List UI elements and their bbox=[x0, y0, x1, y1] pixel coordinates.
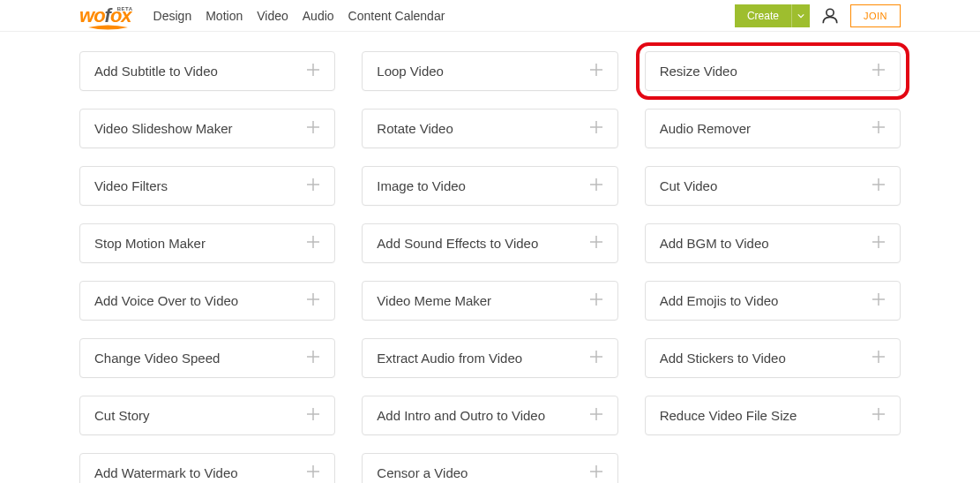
nav: Design Motion Video Audio Content Calend… bbox=[153, 9, 445, 23]
logo-beta-label: BETA bbox=[117, 6, 133, 11]
plus-icon bbox=[306, 464, 320, 482]
tool-card[interactable]: Rotate Video bbox=[362, 109, 617, 148]
tool-card[interactable]: Loop Video bbox=[362, 51, 617, 91]
plus-icon bbox=[589, 292, 603, 310]
tool-card[interactable]: Add Voice Over to Video bbox=[79, 281, 335, 321]
nav-item-design[interactable]: Design bbox=[153, 9, 192, 23]
tool-card[interactable]: Cut Video bbox=[645, 166, 901, 206]
tool-card-label: Reduce Video File Size bbox=[660, 408, 797, 423]
tool-card[interactable]: Add Emojis to Video bbox=[645, 281, 901, 321]
tool-card-label: Add Voice Over to Video bbox=[94, 293, 238, 308]
tool-card-label: Add Emojis to Video bbox=[660, 293, 779, 308]
plus-icon bbox=[872, 407, 886, 425]
content: Add Subtitle to VideoLoop VideoResize Vi… bbox=[0, 32, 980, 483]
plus-icon bbox=[872, 177, 886, 195]
plus-icon bbox=[589, 235, 603, 253]
tool-card[interactable]: Video Meme Maker bbox=[362, 281, 617, 321]
tool-card[interactable]: Cut Story bbox=[79, 396, 335, 435]
nav-item-content-calendar[interactable]: Content Calendar bbox=[348, 9, 445, 23]
tool-card-label: Censor a Video bbox=[377, 465, 468, 480]
create-dropdown-button[interactable] bbox=[791, 4, 810, 27]
tool-card-label: Add Subtitle to Video bbox=[94, 64, 218, 79]
chevron-down-icon bbox=[797, 12, 804, 19]
plus-icon bbox=[872, 63, 886, 80]
tool-card[interactable]: Image to Video bbox=[362, 166, 617, 206]
create-button[interactable]: Create bbox=[735, 4, 791, 27]
tool-card[interactable]: Add Intro and Outro to Video bbox=[362, 396, 617, 435]
nav-item-motion[interactable]: Motion bbox=[206, 9, 243, 23]
svg-point-0 bbox=[827, 9, 834, 16]
tool-card-label: Cut Story bbox=[94, 408, 150, 423]
plus-icon bbox=[589, 120, 603, 138]
header: wofox BETA Design Motion Video Audio Con… bbox=[0, 0, 980, 32]
tool-card-label: Audio Remover bbox=[660, 121, 751, 136]
tool-card-label: Video Meme Maker bbox=[377, 293, 491, 308]
tool-card[interactable]: Add Watermark to Video bbox=[79, 453, 335, 483]
tool-card[interactable]: Censor a Video bbox=[362, 453, 617, 483]
plus-icon bbox=[306, 235, 320, 253]
tool-card-label: Add Stickers to Video bbox=[660, 351, 786, 366]
tool-card-label: Resize Video bbox=[660, 64, 737, 79]
tool-card[interactable]: Video Filters bbox=[79, 166, 335, 206]
tool-card[interactable]: Change Video Speed bbox=[79, 338, 335, 378]
tool-card[interactable]: Resize Video bbox=[645, 51, 901, 91]
tool-card-label: Video Slideshow Maker bbox=[94, 121, 232, 136]
tool-card-label: Extract Audio from Video bbox=[377, 351, 522, 366]
plus-icon bbox=[872, 292, 886, 310]
logo[interactable]: wofox BETA bbox=[79, 4, 131, 27]
tool-card-label: Video Filters bbox=[94, 178, 168, 193]
tool-card-label: Add BGM to Video bbox=[660, 236, 769, 251]
plus-icon bbox=[306, 63, 320, 80]
plus-icon bbox=[589, 63, 603, 80]
tool-card-label: Change Video Speed bbox=[94, 351, 220, 366]
plus-icon bbox=[872, 235, 886, 253]
tool-card-label: Add Intro and Outro to Video bbox=[377, 408, 545, 423]
plus-icon bbox=[306, 407, 320, 425]
user-icon[interactable] bbox=[820, 6, 840, 26]
plus-icon bbox=[872, 350, 886, 367]
plus-icon bbox=[306, 177, 320, 195]
tool-card[interactable]: Add BGM to Video bbox=[645, 223, 901, 263]
plus-icon bbox=[589, 464, 603, 482]
tool-card-label: Add Watermark to Video bbox=[94, 465, 238, 480]
tool-card[interactable]: Add Subtitle to Video bbox=[79, 51, 335, 91]
tool-card[interactable]: Video Slideshow Maker bbox=[79, 109, 335, 148]
tool-card[interactable]: Extract Audio from Video bbox=[362, 338, 617, 378]
tool-card-label: Stop Motion Maker bbox=[94, 236, 206, 251]
plus-icon bbox=[306, 120, 320, 138]
tool-card-label: Loop Video bbox=[377, 64, 444, 79]
tool-card[interactable]: Add Sound Effects to Video bbox=[362, 223, 617, 263]
plus-icon bbox=[872, 120, 886, 138]
tool-card[interactable]: Audio Remover bbox=[645, 109, 901, 148]
tool-grid: Add Subtitle to VideoLoop VideoResize Vi… bbox=[79, 51, 901, 483]
tool-card-label: Add Sound Effects to Video bbox=[377, 236, 538, 251]
join-button[interactable]: JOIN bbox=[850, 4, 901, 27]
tool-card-label: Rotate Video bbox=[377, 121, 453, 136]
tool-card-label: Image to Video bbox=[377, 178, 466, 193]
tool-card[interactable]: Stop Motion Maker bbox=[79, 223, 335, 263]
plus-icon bbox=[306, 292, 320, 310]
plus-icon bbox=[306, 350, 320, 367]
logo-swoosh-icon bbox=[88, 25, 128, 30]
nav-item-audio[interactable]: Audio bbox=[303, 9, 334, 23]
tool-card[interactable]: Reduce Video File Size bbox=[645, 396, 901, 435]
plus-icon bbox=[589, 407, 603, 425]
tool-card-label: Cut Video bbox=[660, 178, 718, 193]
plus-icon bbox=[589, 177, 603, 195]
header-right: Create JOIN bbox=[735, 4, 901, 27]
plus-icon bbox=[589, 350, 603, 367]
tool-card[interactable]: Add Stickers to Video bbox=[645, 338, 901, 378]
create-button-group: Create bbox=[735, 4, 810, 27]
nav-item-video[interactable]: Video bbox=[257, 9, 288, 23]
